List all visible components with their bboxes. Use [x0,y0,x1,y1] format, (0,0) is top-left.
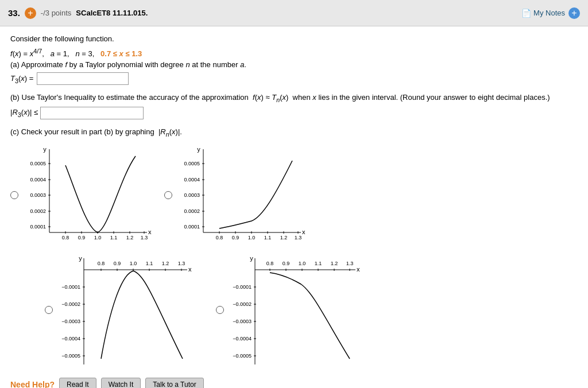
svg-text:0.8: 0.8 [98,261,105,266]
svg-text:−0.0002: −0.0002 [61,301,80,307]
svg-text:−0.0002: −0.0002 [233,301,252,307]
svg-text:x: x [148,228,152,235]
part-b: (b) Use Taylor's Inequality to estimate … [10,93,578,119]
r3x-input[interactable] [40,107,144,119]
svg-text:0.0004: 0.0004 [184,177,200,183]
talk-to-tutor-button[interactable]: Talk to a Tutor [145,378,203,388]
svg-text:1.3: 1.3 [141,235,148,240]
svg-text:1.0: 1.0 [299,261,306,266]
read-it-button[interactable]: Read It [59,378,96,388]
header-left: 33. + -/3 points SCalcET8 11.11.015. [8,7,148,19]
svg-text:y: y [197,146,200,153]
points-label: -/3 points [41,9,71,17]
watch-it-button[interactable]: Watch It [101,378,141,388]
top-graphs-row: y x 0.0005 0.0004 0.0003 0.0002 0.0001 0… [10,143,578,247]
top-right-graph: y x 0.0005 0.0004 0.0003 0.0002 0.0001 0… [175,143,307,247]
need-help-section: Need Help? Read It Watch It Talk to a Tu… [10,378,578,388]
t3x-input[interactable] [37,72,129,85]
svg-text:0.8: 0.8 [266,261,274,266]
consider-text: Consider the following function. [10,34,578,43]
svg-text:1.0: 1.0 [94,235,102,240]
bottom-left-graph-container: y x 0.8 0.9 1.0 1.1 1.2 1.3 [45,253,204,367]
svg-text:0.8: 0.8 [216,235,223,240]
svg-text:0.0005: 0.0005 [184,161,200,166]
svg-text:1.3: 1.3 [346,261,354,266]
svg-text:1.3: 1.3 [295,235,302,240]
svg-text:x: x [188,266,192,273]
top-left-graph: y x 0.0005 0.0004 0.0003 0.0002 0.0001 0… [21,143,153,247]
inequality-row: |R3(x)| ≤ [10,107,578,119]
svg-text:0.0001: 0.0001 [184,224,200,230]
t3x-label: T3(x) = [10,74,33,84]
my-notes-button[interactable]: 📄 My Notes [521,9,565,18]
exponent: 4/7 [33,48,42,55]
function-line: f(x) = x4/7, a = 1, n = 3, 0.7 ≤ x ≤ 1.3 [10,48,578,58]
svg-text:1.2: 1.2 [331,261,338,266]
part-c-label: (c) Check your result in part (b) by gra… [10,127,578,138]
part-b-label: (b) Use Taylor's Inequality to estimate … [10,93,578,103]
svg-text:y: y [250,255,253,262]
interval: 0.7 ≤ x ≤ 1.3 [100,49,142,58]
svg-text:0.0004: 0.0004 [30,177,46,183]
top-right-radio[interactable] [164,191,172,199]
bottom-left-graph: y x 0.8 0.9 1.0 1.1 1.2 1.3 [55,253,204,367]
svg-text:x: x [302,228,305,235]
bottom-left-radio[interactable] [45,306,53,314]
r3x-label: |R3(x)| ≤ [10,108,38,118]
svg-text:−0.0001: −0.0001 [61,284,80,290]
svg-text:0.0003: 0.0003 [184,192,200,198]
need-help-label: Need Help? [10,380,55,388]
svg-text:0.8: 0.8 [62,235,69,240]
svg-text:0.9: 0.9 [283,261,290,266]
part-a: (a) Approximate f by a Taylor polynomial… [10,60,578,85]
svg-text:−0.0003: −0.0003 [61,319,80,324]
svg-text:1.2: 1.2 [280,235,288,240]
top-right-graph-container: y x 0.0005 0.0004 0.0003 0.0002 0.0001 0… [164,143,307,247]
svg-text:0.0005: 0.0005 [30,161,46,166]
header-right: 📄 My Notes + [521,7,580,19]
problem-id: SCalcET8 11.11.015. [76,9,148,17]
svg-text:1.2: 1.2 [162,261,169,266]
svg-text:0.0002: 0.0002 [30,208,46,214]
svg-text:1.3: 1.3 [178,261,185,266]
svg-text:0.9: 0.9 [78,235,86,240]
header-add-button[interactable]: + [568,7,580,19]
top-left-graph-container: y x 0.0005 0.0004 0.0003 0.0002 0.0001 0… [10,143,153,247]
svg-text:y: y [79,255,82,262]
svg-text:1.1: 1.1 [264,235,272,240]
bottom-graphs-row: y x 0.8 0.9 1.0 1.1 1.2 1.3 [45,253,578,367]
add-question-button[interactable]: + [25,7,36,19]
svg-text:0.0002: 0.0002 [184,208,200,214]
notes-icon: 📄 [521,9,531,18]
bottom-right-radio[interactable] [216,306,224,314]
bottom-right-graph-container: y x 0.8 0.9 1.0 1.1 1.2 1.3 −0.0001 [216,253,370,367]
svg-text:1.1: 1.1 [146,261,153,266]
question-number: 33. [8,8,20,18]
svg-text:0.0003: 0.0003 [30,192,46,198]
my-notes-label: My Notes [533,9,565,17]
page-header: 33. + -/3 points SCalcET8 11.11.015. 📄 M… [0,0,588,26]
svg-text:−0.0004: −0.0004 [61,336,80,342]
part-c: (c) Check your result in part (b) by gra… [10,127,578,367]
svg-text:0.9: 0.9 [114,261,121,266]
part-a-label: (a) Approximate f by a Taylor polynomial… [10,60,578,69]
top-left-radio[interactable] [10,191,18,199]
svg-text:−0.0005: −0.0005 [233,353,252,359]
svg-text:0.0001: 0.0001 [30,224,46,230]
function-expr: f(x) = x4/7, a = 1, n = 3, 0.7 ≤ x ≤ 1.3 [10,48,142,58]
svg-text:−0.0001: −0.0001 [233,284,252,290]
svg-text:1.0: 1.0 [248,235,256,240]
svg-text:1.2: 1.2 [126,235,134,240]
part-a-input-row: T3(x) = [10,72,578,85]
bottom-right-graph: y x 0.8 0.9 1.0 1.1 1.2 1.3 −0.0001 [226,253,370,367]
svg-text:−0.0004: −0.0004 [233,336,252,342]
svg-text:−0.0003: −0.0003 [233,319,252,324]
svg-text:1.0: 1.0 [130,261,137,266]
svg-text:1.1: 1.1 [315,261,322,266]
svg-text:−0.0005: −0.0005 [61,353,80,359]
svg-text:y: y [43,146,47,153]
svg-text:0.9: 0.9 [232,235,239,240]
svg-text:1.1: 1.1 [110,235,118,240]
content-area: Consider the following function. f(x) = … [0,26,588,388]
svg-text:x: x [357,266,360,273]
